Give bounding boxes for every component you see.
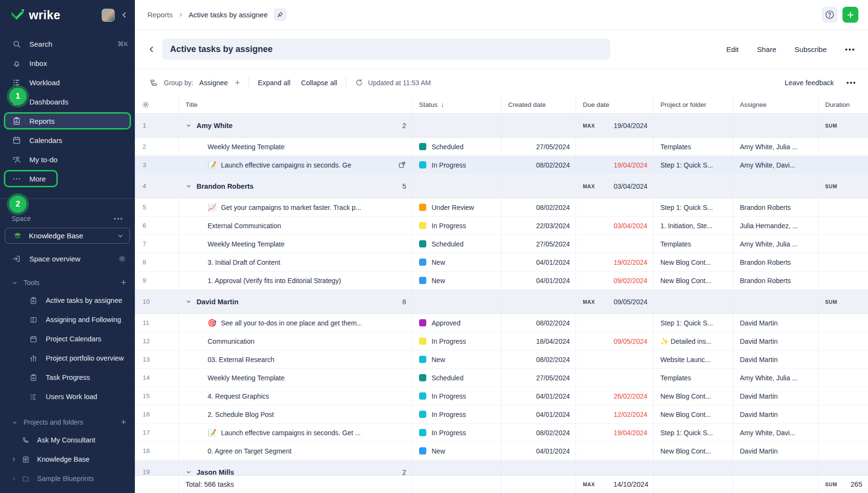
status-cell[interactable]	[412, 290, 501, 313]
assignee-cell[interactable]: Brandon Roberts	[733, 253, 818, 271]
table-row[interactable]: 3 📝 Launch effective campaigns in second…	[135, 156, 868, 174]
due-date-cell[interactable]: 09/02/2024	[576, 272, 653, 289]
sidebar-item-reports[interactable]: Reports	[0, 111, 135, 130]
created-date-cell[interactable]: 08/02/2024	[501, 350, 576, 368]
status-cell[interactable]: Scheduled	[412, 369, 501, 387]
title-cell[interactable]: 🎯 See all your to-dos in one place and g…	[178, 314, 412, 332]
expand-all-button[interactable]: Expand all	[258, 79, 290, 87]
created-date-cell[interactable]: 04/01/2024	[501, 272, 576, 289]
due-date-cell[interactable]: 26/02/2024	[576, 387, 653, 405]
project-cell[interactable]: Website Launc...	[653, 350, 733, 368]
group-chevron-down-icon[interactable]	[185, 469, 192, 475]
column-header-title[interactable]: Title	[178, 96, 412, 113]
created-date-cell[interactable]: 04/01/2024	[501, 442, 576, 460]
projects-section-header[interactable]: Projects and folders +	[0, 414, 135, 430]
title-cell[interactable]: 4. Request Graphics	[178, 387, 412, 405]
group-chevron-down-icon[interactable]	[185, 298, 192, 305]
title-cell[interactable]: Weekly Meeting Template	[178, 235, 412, 253]
sidebar-collapse-icon[interactable]	[120, 11, 128, 19]
share-button[interactable]: Share	[757, 45, 776, 53]
created-date-cell[interactable]	[501, 114, 576, 137]
wrike-logo[interactable]: wrike	[11, 8, 60, 22]
assignee-cell[interactable]: Julia Hernandez, ...	[733, 217, 818, 234]
due-date-cell[interactable]: 09/05/2024	[576, 332, 653, 350]
back-chevron-icon[interactable]	[147, 45, 156, 53]
project-cell[interactable]: Step 1: Quick S...	[653, 424, 733, 441]
add-tool-icon[interactable]: +	[121, 277, 126, 288]
create-new-button[interactable]: +	[842, 7, 858, 23]
sidebar-tool-active-tasks[interactable]: Active tasks by assignee	[0, 291, 135, 310]
title-cell[interactable]: Weekly Meeting Template	[178, 369, 412, 387]
created-date-cell[interactable]	[501, 290, 576, 313]
project-cell[interactable]: Step 1: Quick S...	[653, 198, 733, 216]
help-button[interactable]	[822, 7, 838, 23]
project-cell[interactable]: New Blog Cont...	[653, 442, 733, 460]
status-cell[interactable]: Scheduled	[412, 138, 501, 156]
table-row[interactable]: 2 Weekly Meeting Template Scheduled 27/0…	[135, 138, 868, 156]
assignee-cell[interactable]: Brandon Roberts	[733, 272, 818, 289]
project-cell[interactable]: New Blog Cont...	[653, 253, 733, 271]
breadcrumb-reports[interactable]: Reports	[147, 11, 173, 19]
status-cell[interactable]: Scheduled	[412, 235, 501, 253]
title-cell[interactable]: 3. Initial Draft of Content	[178, 253, 412, 271]
chevron-right-icon[interactable]	[11, 456, 17, 462]
table-row[interactable]: 8 3. Initial Draft of Content New 04/01/…	[135, 253, 868, 272]
project-cell[interactable]: New Blog Cont...	[653, 387, 733, 405]
project-cell[interactable]: Templates	[653, 369, 733, 387]
user-avatar[interactable]	[102, 9, 115, 22]
subscribe-button[interactable]: Subscribe	[795, 45, 827, 53]
status-cell[interactable]: New	[412, 350, 501, 368]
space-selector[interactable]: Knowledge Base	[5, 228, 130, 244]
sidebar-project-knowledge-base[interactable]: Knowledge Base	[0, 450, 135, 469]
title-cell[interactable]: Weekly Meeting Template	[178, 138, 412, 156]
assignee-cell[interactable]: Amy White, Julia ...	[733, 138, 818, 156]
column-header-created[interactable]: Created date	[501, 96, 576, 113]
title-cell[interactable]: 📝 Launch effective campaigns in seconds.…	[178, 424, 412, 441]
due-date-cell[interactable]: 19/04/2024	[576, 424, 653, 441]
due-date-cell[interactable]: 12/02/2024	[576, 405, 653, 423]
sidebar-tool-portfolio-overview[interactable]: Project portfolio overview	[0, 349, 135, 368]
table-row[interactable]: 17 📝 Launch effective campaigns in secon…	[135, 424, 868, 442]
assignee-cell[interactable]	[733, 174, 818, 198]
due-date-cell[interactable]	[576, 314, 653, 332]
title-cell[interactable]: 📝 Launch effective campaigns in seconds.…	[178, 156, 412, 174]
space-menu-icon[interactable]: •••	[114, 215, 123, 222]
due-date-cell[interactable]: MAX 19/04/2024	[576, 114, 653, 137]
created-date-cell[interactable]: 04/01/2024	[501, 253, 576, 271]
title-cell[interactable]: David Martin 8	[178, 290, 412, 313]
created-date-cell[interactable]: 08/02/2024	[501, 424, 576, 441]
due-date-cell[interactable]: 19/02/2024	[576, 253, 653, 271]
table-row[interactable]: 15 4. Request Graphics In Progress 04/01…	[135, 387, 868, 405]
assignee-cell[interactable]: David Martin	[733, 405, 818, 423]
project-cell[interactable]	[653, 290, 733, 313]
gear-icon[interactable]	[142, 101, 150, 109]
project-cell[interactable]	[653, 114, 733, 137]
created-date-cell[interactable]	[501, 174, 576, 198]
gear-icon[interactable]	[118, 255, 126, 263]
project-cell[interactable]	[653, 174, 733, 198]
assignee-cell[interactable]: David Martin	[733, 387, 818, 405]
project-cell[interactable]: Step 1: Quick S...	[653, 156, 733, 174]
table-row[interactable]: 14 Weekly Meeting Template Scheduled 27/…	[135, 369, 868, 387]
sidebar-item-my-todo[interactable]: My to-do	[0, 150, 135, 169]
table-row[interactable]: 10 David Martin 8 MAX 09/05/2024 SUM	[135, 290, 868, 314]
chevron-right-icon[interactable]	[11, 476, 17, 481]
assignee-cell[interactable]: David Martin	[733, 332, 818, 350]
title-cell[interactable]: 1. Approval (Verify fits into Editorial …	[178, 272, 412, 289]
add-grouping-icon[interactable]: +	[235, 78, 240, 87]
project-cell[interactable]: New Blog Cont...	[653, 272, 733, 289]
more-actions-icon[interactable]: •••	[845, 45, 855, 53]
created-date-cell[interactable]: 08/02/2024	[501, 314, 576, 332]
toolbar-more-icon[interactable]: •••	[846, 79, 856, 87]
leave-feedback-link[interactable]: Leave feedback	[785, 79, 834, 87]
sidebar-item-space-overview[interactable]: Space overview	[0, 250, 135, 267]
status-cell[interactable]: In Progress	[412, 405, 501, 423]
sidebar-tool-users-workload[interactable]: Users Work load	[0, 387, 135, 406]
status-cell[interactable]: In Progress	[412, 332, 501, 350]
column-header-assignee[interactable]: Assignee	[733, 96, 818, 113]
group-chevron-down-icon[interactable]	[185, 183, 192, 189]
column-header-due[interactable]: Due date	[576, 96, 653, 113]
table-row[interactable]: 12 Communication In Progress 18/04/2024 …	[135, 332, 868, 350]
assignee-cell[interactable]: Brandon Roberts	[733, 198, 818, 216]
project-cell[interactable]: 1. Initiation, Ste...	[653, 217, 733, 234]
